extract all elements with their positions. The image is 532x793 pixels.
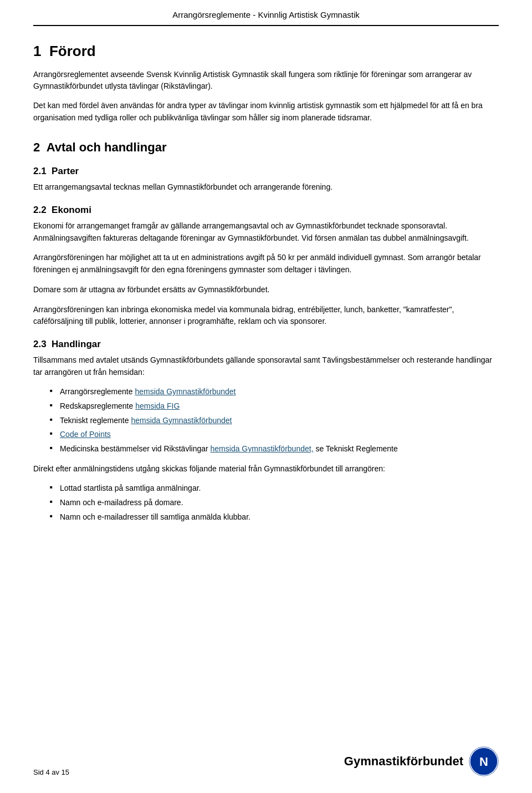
page-container: Arrangörsreglemente - Kvinnlig Artistisk… xyxy=(0,0,532,793)
handlingar-bullet-list: Arrangörsreglemente hemsida Gymnastikför… xyxy=(50,386,499,455)
page-footer: Sid 4 av 15 Gymnastikförbundet N xyxy=(0,746,532,776)
section2-sub1-body: Ett arrangemangsavtal tecknas mellan Gym… xyxy=(33,181,499,194)
footer-logo-area: Gymnastikförbundet N xyxy=(344,746,499,776)
section2-sub2-heading: 2.2 Ekonomi xyxy=(33,205,499,216)
list-item: Namn och e-mailadresser till samtliga an… xyxy=(50,511,499,523)
link-arrangorsreglemente[interactable]: hemsida Gymnastikförbundet xyxy=(135,387,236,396)
gymnastics-logo-icon: N xyxy=(469,746,499,776)
section2-heading: 2 Avtal och handlingar xyxy=(33,140,499,155)
section1-body: Det kan med fördel även användas för and… xyxy=(33,100,499,124)
section2-sub2-para2: Arrangörsföreningen har möjlighet att ta… xyxy=(33,252,499,276)
svg-text:N: N xyxy=(479,755,488,769)
section2-sub3-intro: Tillsammans med avtalet utsänds Gymnasti… xyxy=(33,354,499,378)
list-item: Code of Points xyxy=(50,429,499,441)
list-item: Medicinska bestämmelser vid Rikstävlinga… xyxy=(50,443,499,455)
section1-heading: 1 Förord xyxy=(33,43,499,60)
section2-sub1-heading: 2.1 Parter xyxy=(33,166,499,177)
list-item: Lottad startlista på samtliga anmälninga… xyxy=(50,482,499,495)
list-item: Namn och e-mailadress på domare. xyxy=(50,497,499,509)
link-redskapsreglemente[interactable]: hemsida FIG xyxy=(135,401,180,410)
page-number: Sid 4 av 15 xyxy=(33,768,69,776)
list-item: Tekniskt reglemente hemsida Gymnastikför… xyxy=(50,415,499,427)
list-item: Redskapsreglemente hemsida FIG xyxy=(50,400,499,413)
after-bullets-intro: Direkt efter anmälningstidens utgång ski… xyxy=(33,463,499,475)
list-item: Arrangörsreglemente hemsida Gymnastikför… xyxy=(50,386,499,398)
section2-sub2-para4: Arrangörsföreningen kan inbringa ekonomi… xyxy=(33,304,499,328)
section2-sub2-para3: Domare som är uttagna av förbundet ersät… xyxy=(33,284,499,296)
section1-intro: Arrangörsreglementet avseende Svensk Kvi… xyxy=(33,69,499,92)
section2-sub3-heading: 2.3 Handlingar xyxy=(33,339,499,350)
page-header: Arrangörsreglemente - Kvinnlig Artistisk… xyxy=(33,0,499,26)
link-code-of-points[interactable]: Code of Points xyxy=(60,430,111,439)
logo-text: Gymnastikförbundet xyxy=(344,755,463,768)
header-title: Arrangörsreglemente - Kvinnlig Artistisk… xyxy=(172,10,360,19)
link-medicinska[interactable]: hemsida Gymnastikförbundet, xyxy=(211,444,314,453)
material-bullet-list: Lottad startlista på samtliga anmälninga… xyxy=(50,482,499,523)
link-tekniskt[interactable]: hemsida Gymnastikförbundet xyxy=(131,416,232,425)
section2-sub2-para1: Ekonomi för arrangemanget framgår av gäl… xyxy=(33,220,499,244)
